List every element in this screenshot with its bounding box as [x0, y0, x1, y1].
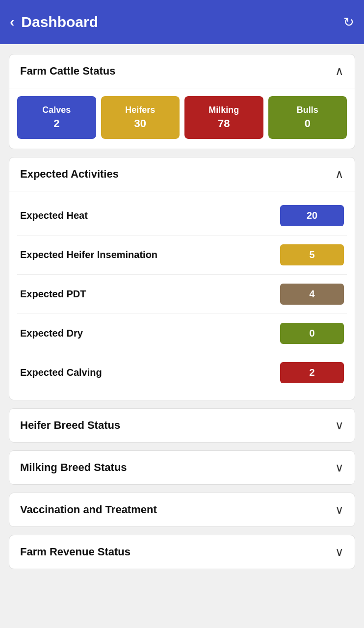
activity-calving-label: Expected Calving — [20, 367, 102, 378]
vaccination-treatment-chevron-icon: ∨ — [335, 503, 344, 517]
heifers-badge[interactable]: Heifers 30 — [101, 96, 180, 139]
activity-row-heifer-insemination[interactable]: Expected Heifer Insemination 5 — [17, 236, 347, 275]
heifers-value: 30 — [134, 117, 146, 130]
heifer-breed-status-card: Heifer Breed Status ∨ — [9, 408, 355, 443]
farm-cattle-status-title: Farm Cattle Status — [20, 65, 115, 78]
activity-dry-label: Expected Dry — [20, 328, 83, 339]
page-title: Dashboard — [21, 14, 98, 30]
farm-revenue-status-title: Farm Revenue Status — [20, 546, 130, 558]
calves-value: 2 — [53, 117, 59, 130]
activity-dry-value: 0 — [280, 323, 344, 344]
activity-row-calving[interactable]: Expected Calving 2 — [17, 353, 347, 392]
heifer-breed-status-title: Heifer Breed Status — [20, 419, 120, 432]
main-content: Farm Cattle Status ∧ Calves 2 Heifers 30… — [0, 44, 364, 579]
activity-calving-value: 2 — [280, 362, 344, 383]
calves-badge[interactable]: Calves 2 — [17, 96, 96, 139]
heifer-breed-status-header[interactable]: Heifer Breed Status ∨ — [9, 409, 355, 442]
activity-row-pdt[interactable]: Expected PDT 4 — [17, 275, 347, 314]
cattle-grid: Calves 2 Heifers 30 Milking 78 Bulls 0 — [9, 88, 355, 149]
farm-revenue-status-card: Farm Revenue Status ∨ — [9, 535, 355, 569]
vaccination-treatment-card: Vaccination and Treatment ∨ — [9, 493, 355, 527]
app-header: ‹ Dashboard ↻ — [0, 0, 364, 44]
expected-activities-chevron-icon: ∧ — [335, 167, 344, 181]
farm-revenue-status-header[interactable]: Farm Revenue Status ∨ — [9, 535, 355, 569]
activity-row-heat[interactable]: Expected Heat 20 — [17, 196, 347, 236]
activity-heat-label: Expected Heat — [20, 210, 88, 221]
vaccination-treatment-header[interactable]: Vaccination and Treatment ∨ — [9, 493, 355, 526]
expected-activities-card: Expected Activities ∧ Expected Heat 20 E… — [9, 157, 355, 400]
bulls-label: Bulls — [297, 105, 318, 115]
back-button[interactable]: ‹ — [10, 14, 14, 30]
expected-activities-title: Expected Activities — [20, 168, 119, 181]
milking-breed-status-header[interactable]: Milking Breed Status ∨ — [9, 451, 355, 484]
bulls-badge[interactable]: Bulls 0 — [268, 96, 347, 139]
farm-cattle-status-card: Farm Cattle Status ∧ Calves 2 Heifers 30… — [9, 54, 355, 149]
activity-pdt-value: 4 — [280, 284, 344, 305]
header-left: ‹ Dashboard — [10, 14, 98, 30]
calves-label: Calves — [42, 105, 71, 115]
farm-cattle-status-header[interactable]: Farm Cattle Status ∧ — [9, 54, 355, 88]
heifers-label: Heifers — [125, 105, 155, 115]
milking-breed-status-card: Milking Breed Status ∨ — [9, 450, 355, 485]
activity-row-dry[interactable]: Expected Dry 0 — [17, 314, 347, 353]
expected-activities-header[interactable]: Expected Activities ∧ — [9, 157, 355, 191]
farm-revenue-chevron-icon: ∨ — [335, 545, 344, 559]
vaccination-treatment-title: Vaccination and Treatment — [20, 503, 157, 516]
activity-heifer-insemination-label: Expected Heifer Insemination — [20, 249, 157, 261]
milking-breed-status-title: Milking Breed Status — [20, 461, 127, 474]
refresh-button[interactable]: ↻ — [343, 15, 354, 30]
activity-heat-value: 20 — [280, 205, 344, 226]
heifer-breed-chevron-icon: ∨ — [335, 419, 344, 432]
milking-breed-chevron-icon: ∨ — [335, 461, 344, 474]
milking-value: 78 — [218, 117, 230, 130]
bulls-value: 0 — [305, 117, 311, 130]
activity-pdt-label: Expected PDT — [20, 288, 86, 300]
milking-label: Milking — [208, 105, 239, 115]
farm-cattle-chevron-icon: ∧ — [335, 64, 344, 78]
activities-list: Expected Heat 20 Expected Heifer Insemin… — [9, 191, 355, 400]
milking-badge[interactable]: Milking 78 — [184, 96, 263, 139]
activity-heifer-insemination-value: 5 — [280, 244, 344, 265]
